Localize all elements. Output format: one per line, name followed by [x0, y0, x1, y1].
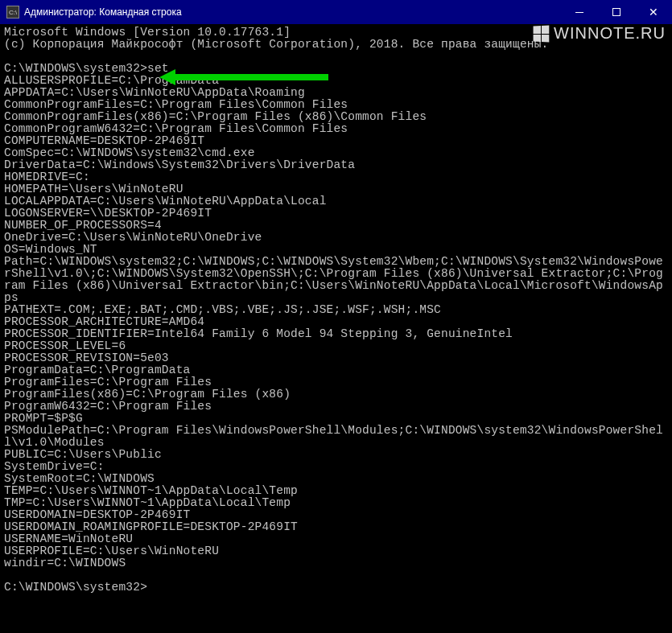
- minimize-button[interactable]: [561, 0, 598, 24]
- window-titlebar: C:\ Администратор: Командная строка ✕: [0, 0, 672, 24]
- windows-logo-icon: [534, 25, 550, 42]
- window-title: Администратор: Командная строка: [24, 6, 561, 18]
- maximize-button[interactable]: [598, 0, 635, 24]
- console-output[interactable]: Microsoft Windows [Version 10.0.17763.1]…: [0, 24, 672, 596]
- watermark-text: WINNOTE.RU: [554, 24, 666, 43]
- window-controls: ✕: [561, 0, 672, 24]
- cmd-icon: C:\: [6, 6, 19, 18]
- close-button[interactable]: ✕: [635, 0, 672, 24]
- watermark: WINNOTE.RU: [533, 24, 666, 43]
